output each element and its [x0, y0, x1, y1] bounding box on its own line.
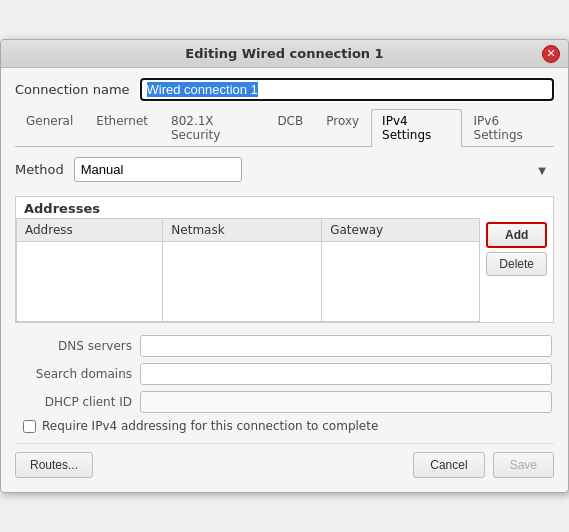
tab-general[interactable]: General — [15, 109, 84, 146]
addresses-empty-row — [17, 242, 480, 322]
require-ipv4-row: Require IPv4 addressing for this connect… — [23, 419, 554, 433]
dns-servers-label: DNS servers — [17, 339, 132, 353]
search-domains-row: Search domains — [17, 363, 552, 385]
method-select[interactable]: Automatic (DHCP) Manual Link-Local Only … — [74, 157, 242, 182]
search-domains-label: Search domains — [17, 367, 132, 381]
require-ipv4-label: Require IPv4 addressing for this connect… — [42, 419, 378, 433]
tab-802-1x[interactable]: 802.1X Security — [160, 109, 265, 146]
cancel-button[interactable]: Cancel — [413, 452, 484, 478]
dns-servers-input[interactable] — [140, 335, 552, 357]
method-select-wrapper: Automatic (DHCP) Manual Link-Local Only … — [74, 157, 554, 182]
col-gateway: Gateway — [322, 219, 480, 242]
close-button[interactable]: ✕ — [542, 45, 560, 63]
dhcp-client-id-input[interactable] — [140, 391, 552, 413]
tab-ethernet[interactable]: Ethernet — [85, 109, 159, 146]
search-domains-input[interactable] — [140, 363, 552, 385]
routes-button[interactable]: Routes... — [15, 452, 93, 478]
tab-proxy[interactable]: Proxy — [315, 109, 370, 146]
tab-ipv6[interactable]: IPv6 Settings — [463, 109, 553, 146]
connection-name-label: Connection name — [15, 82, 130, 97]
bottom-buttons: Routes... Cancel Save — [15, 443, 554, 482]
add-button[interactable]: Add — [486, 222, 547, 248]
method-row: Method Automatic (DHCP) Manual Link-Loca… — [15, 157, 554, 182]
dhcp-client-id-row: DHCP client ID — [17, 391, 552, 413]
dns-servers-row: DNS servers — [17, 335, 552, 357]
require-ipv4-checkbox[interactable] — [23, 420, 36, 433]
dhcp-client-id-label: DHCP client ID — [17, 395, 132, 409]
connection-name-row: Connection name — [15, 78, 554, 101]
addresses-table-wrapper: Address Netmask Gateway Add — [16, 218, 553, 322]
addresses-label: Addresses — [16, 197, 553, 218]
action-buttons: Cancel Save — [413, 452, 554, 478]
dialog-content: Connection name General Ethernet 802.1X … — [1, 68, 568, 492]
table-action-buttons: Add Delete — [480, 218, 553, 280]
method-label: Method — [15, 162, 64, 177]
col-netmask: Netmask — [163, 219, 322, 242]
addresses-section: Addresses Address Netmask Gateway — [15, 196, 554, 323]
tabs-bar: General Ethernet 802.1X Security DCB Pro… — [15, 109, 554, 147]
delete-button[interactable]: Delete — [486, 252, 547, 276]
tab-ipv4[interactable]: IPv4 Settings — [371, 109, 461, 147]
titlebar: Editing Wired connection 1 ✕ — [1, 40, 568, 68]
save-button[interactable]: Save — [493, 452, 554, 478]
dialog-title: Editing Wired connection 1 — [185, 46, 383, 61]
col-address: Address — [17, 219, 163, 242]
addresses-table: Address Netmask Gateway — [16, 218, 480, 322]
fields-section: DNS servers Search domains DHCP client I… — [15, 335, 554, 413]
tab-dcb[interactable]: DCB — [266, 109, 314, 146]
connection-name-input[interactable] — [140, 78, 554, 101]
editing-dialog: Editing Wired connection 1 ✕ Connection … — [0, 39, 569, 493]
